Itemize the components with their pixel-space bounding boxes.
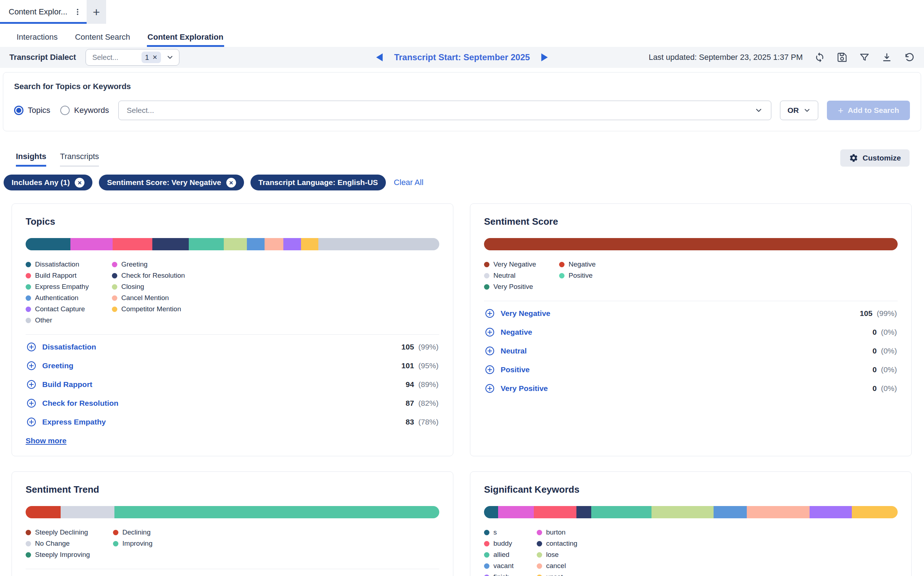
legend-dot-icon	[112, 262, 117, 267]
filter-pill-transcript-language[interactable]: Transcript Language: English-US	[250, 174, 386, 190]
expand-plus-circle-icon[interactable]	[26, 342, 37, 352]
browser-tab-content-exploration[interactable]: Content Explor...	[0, 0, 87, 24]
row-label-link[interactable]: Negative	[500, 328, 533, 336]
show-more-link[interactable]: Show more	[26, 437, 66, 445]
chevron-down-icon[interactable]	[803, 106, 811, 114]
sentiment-score-distribution-bar	[484, 238, 898, 250]
chevron-down-icon[interactable]	[754, 106, 763, 115]
expand-plus-circle-icon[interactable]	[485, 383, 495, 394]
legend-label: Greeting	[121, 261, 148, 268]
bar-segment-allied	[591, 506, 651, 518]
tab-content-search[interactable]: Content Search	[74, 32, 131, 47]
expand-plus-circle-icon[interactable]	[26, 361, 37, 371]
kebab-menu-icon[interactable]	[74, 8, 82, 16]
operator-value: OR	[788, 106, 799, 115]
legend-item-s: s	[484, 528, 513, 536]
chevron-down-icon[interactable]	[166, 53, 174, 61]
bar-segment-s	[484, 506, 498, 518]
operator-select[interactable]: OR	[780, 101, 818, 120]
legend-item-closing: Closing	[112, 283, 185, 291]
close-icon[interactable]: ×	[226, 178, 236, 187]
expand-plus-circle-icon[interactable]	[485, 365, 495, 375]
topics-keywords-select[interactable]: Select...	[119, 101, 772, 120]
legend-label: buddy	[493, 539, 512, 547]
plus-icon: +	[838, 105, 843, 116]
row-value: 105 (99%)	[860, 309, 897, 318]
bar-segment-other	[318, 238, 439, 250]
save-icon[interactable]	[837, 52, 847, 63]
row-value: 87 (82%)	[406, 399, 438, 408]
filter-pill-sentiment-score[interactable]: Sentiment Score: Very Negative ×	[99, 174, 244, 190]
next-period-arrow-icon[interactable]	[541, 53, 548, 61]
row-label-link[interactable]: Very Positive	[500, 384, 548, 393]
legend-item-build-rapport: Build Rapport	[26, 272, 89, 280]
row-label-link[interactable]: Greeting	[42, 362, 73, 370]
tab-content-exploration[interactable]: Content Exploration	[147, 32, 224, 47]
filter-icon[interactable]	[859, 52, 870, 63]
legend-dot-icon	[112, 273, 117, 278]
expand-plus-circle-icon[interactable]	[485, 327, 495, 337]
legend-label: Cancel Mention	[121, 294, 169, 302]
new-tab-button[interactable]: +	[87, 0, 106, 24]
row-label-link[interactable]: Build Rapport	[42, 380, 92, 389]
active-filters-row: Includes Any (1) × Sentiment Score: Very…	[3, 174, 924, 190]
legend-label: upset	[546, 573, 563, 576]
bar-segment-very-negative	[484, 238, 898, 250]
bar-segment-vacant	[714, 506, 747, 518]
row-label-link[interactable]: Very Negative	[500, 309, 550, 318]
list-item-very-negative: Very Negative105 (99%)	[484, 304, 898, 323]
list-item-greeting: Greeting101 (95%)	[26, 356, 439, 375]
previous-period-arrow-icon[interactable]	[376, 53, 383, 61]
badge-count: 1	[145, 53, 149, 62]
radio-keywords[interactable]: Keywords	[60, 106, 109, 115]
sentiment-score-card: Sentiment Score Very NegativeNeutralVery…	[470, 203, 912, 456]
legend-item-cancel: cancel	[537, 562, 578, 570]
legend-label: No Change	[35, 539, 70, 547]
expand-plus-circle-icon[interactable]	[26, 379, 37, 390]
row-percentage: (0%)	[879, 347, 897, 355]
browser-tab-strip: Content Explor... +	[0, 0, 924, 24]
expand-plus-circle-icon[interactable]	[485, 346, 495, 356]
close-icon[interactable]: ×	[75, 178, 85, 187]
transcript-dialect-select[interactable]: Select... 1 ×	[85, 49, 180, 66]
period-label[interactable]: Transcript Start: September 2025	[394, 52, 530, 62]
dialect-selected-count-badge[interactable]: 1 ×	[141, 51, 161, 63]
legend-label: Competitor Mention	[121, 305, 181, 313]
legend-item-competitor-mention: Competitor Mention	[112, 305, 185, 313]
tab-transcripts[interactable]: Transcripts	[60, 152, 99, 166]
toolbar-right-actions: Last updated: September 23, 2025 1:37 PM	[649, 52, 914, 63]
customize-button[interactable]: Customize	[840, 149, 910, 166]
radio-topics[interactable]: Topics	[14, 106, 50, 115]
badge-clear-icon[interactable]: ×	[153, 53, 157, 62]
row-label-link[interactable]: Neutral	[500, 347, 526, 355]
row-label-link[interactable]: Positive	[500, 365, 530, 374]
tab-insights[interactable]: Insights	[16, 152, 46, 166]
expand-plus-circle-icon[interactable]	[26, 417, 37, 427]
refresh-icon[interactable]	[814, 52, 825, 63]
add-to-search-button[interactable]: + Add to Search	[827, 101, 910, 120]
legend-item-lose: lose	[537, 551, 578, 559]
row-percentage: (95%)	[416, 362, 438, 370]
expand-plus-circle-icon[interactable]	[26, 398, 37, 408]
period-navigation: Transcript Start: September 2025	[376, 52, 548, 62]
download-icon[interactable]	[881, 52, 892, 63]
sentiment-score-legend: Very NegativeNeutralVery PositiveNegativ…	[484, 261, 898, 291]
legend-dot-icon	[484, 262, 489, 267]
legend-dot-icon	[537, 541, 542, 546]
row-label-link[interactable]: Check for Resolution	[42, 399, 119, 408]
tab-interactions[interactable]: Interactions	[16, 32, 58, 47]
row-percentage: (89%)	[416, 380, 438, 389]
expand-plus-circle-icon[interactable]	[485, 308, 495, 318]
view-tabs: Insights Transcripts	[16, 152, 99, 166]
radio-unselected-icon[interactable]	[60, 106, 70, 115]
list-item-steeply-declining: Steeply Declining0 (0%)	[26, 572, 439, 576]
keywords-legend: sbuddyalliedvacantfinishburtoncontacting…	[484, 528, 898, 576]
row-label-link[interactable]: Express Empathy	[42, 418, 106, 426]
bar-segment-authentication	[247, 238, 265, 250]
legend-item-contacting: contacting	[537, 539, 578, 547]
reset-icon[interactable]	[904, 52, 914, 63]
filter-pill-includes-any[interactable]: Includes Any (1) ×	[3, 174, 92, 190]
radio-selected-icon[interactable]	[14, 106, 24, 115]
clear-all-link[interactable]: Clear All	[394, 178, 424, 187]
row-label-link[interactable]: Dissatisfaction	[42, 342, 96, 351]
